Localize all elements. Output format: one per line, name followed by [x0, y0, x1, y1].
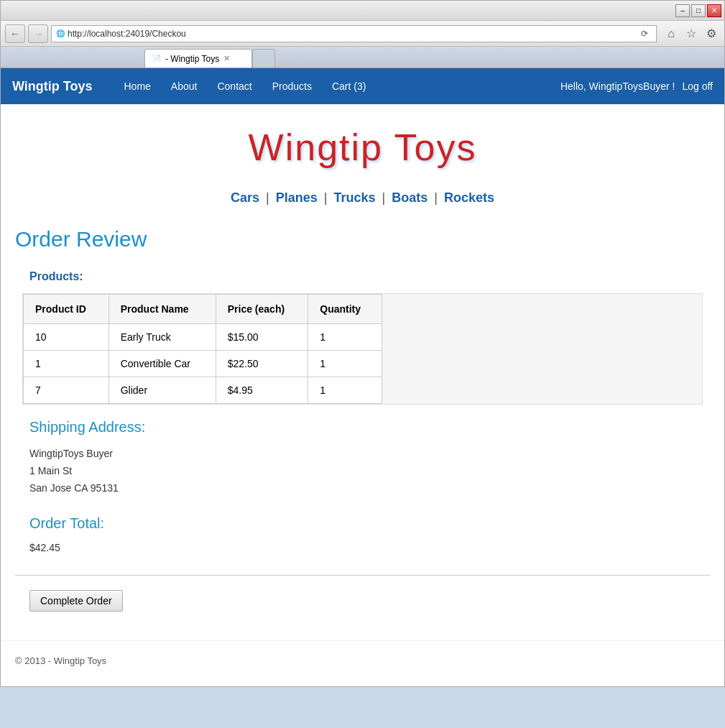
- browser-titlebar: – □ ✕: [1, 1, 724, 21]
- sep-1: |: [266, 190, 269, 205]
- tab-favicon: 📄: [152, 55, 161, 63]
- navbar-link-cart[interactable]: Cart (3): [322, 68, 376, 104]
- back-button[interactable]: ←: [5, 24, 25, 43]
- home-icon[interactable]: ⌂: [662, 25, 680, 42]
- site-title: Wingtip Toys: [15, 104, 710, 183]
- navbar-link-about[interactable]: About: [161, 68, 208, 104]
- page-content: Wingtip Toys Home About Contact Products…: [1, 68, 724, 686]
- navbar-hello: Hello, WingtipToysBuyer !: [560, 80, 675, 92]
- tab-title: - Wingtip Toys: [165, 54, 219, 64]
- address-text: http://localhost:24019/Checkou: [68, 29, 634, 39]
- shipping-label: Shipping Address:: [29, 419, 696, 436]
- category-rockets[interactable]: Rockets: [444, 190, 494, 205]
- cell-price: $15.00: [216, 324, 308, 351]
- order-total-section: Order Total: $42.45: [15, 504, 710, 561]
- shipping-name: WingtipToys Buyer: [29, 446, 696, 463]
- category-planes[interactable]: Planes: [276, 190, 318, 205]
- page-title: Order Review: [15, 220, 710, 263]
- shipping-section: Shipping Address: WingtipToys Buyer 1 Ma…: [15, 405, 710, 504]
- category-boats[interactable]: Boats: [392, 190, 428, 205]
- order-total-label: Order Total:: [29, 515, 696, 532]
- shipping-address: WingtipToys Buyer 1 Main St San Jose CA …: [29, 446, 696, 497]
- products-label: Products:: [15, 263, 710, 293]
- browser-toolbar: ← → 🌐 http://localhost:24019/Checkou ⟳ ⌂…: [1, 21, 724, 47]
- col-header-name: Product Name: [108, 295, 216, 324]
- table-row: 1 Convertible Car $22.50 1: [24, 351, 382, 377]
- active-tab[interactable]: 📄 - Wingtip Toys ✕: [144, 49, 252, 68]
- navbar-links: Home About Contact Products Cart (3): [114, 68, 560, 104]
- navbar-link-home[interactable]: Home: [114, 68, 161, 104]
- address-favicon: 🌐: [56, 29, 65, 37]
- browser-frame: – □ ✕ ← → 🌐 http://localhost:24019/Check…: [0, 0, 725, 687]
- star-icon[interactable]: ☆: [683, 25, 700, 42]
- navbar-link-products[interactable]: Products: [262, 68, 322, 104]
- category-trucks[interactable]: Trucks: [333, 190, 375, 205]
- cell-name: Glider: [108, 377, 216, 404]
- category-cars[interactable]: Cars: [231, 190, 259, 205]
- cell-name: Early Truck: [108, 324, 216, 351]
- table-row: 7 Glider $4.95 1: [24, 377, 382, 404]
- cell-qty: 1: [308, 351, 382, 377]
- new-tab-area[interactable]: [252, 49, 275, 68]
- cell-price: $22.50: [216, 351, 308, 377]
- sep-4: |: [434, 190, 438, 205]
- cell-qty: 1: [308, 377, 382, 404]
- sep-2: |: [324, 190, 328, 205]
- col-header-price: Price (each): [216, 295, 308, 324]
- main-area: Wingtip Toys Cars | Planes | Trucks | Bo…: [1, 104, 724, 640]
- address-bar[interactable]: 🌐 http://localhost:24019/Checkou ⟳: [51, 25, 657, 42]
- divider: [15, 575, 710, 576]
- cell-qty: 1: [308, 324, 382, 351]
- navbar-brand[interactable]: Wingtip Toys: [12, 79, 93, 94]
- complete-order-section: Complete Order: [15, 590, 710, 626]
- shipping-line2: San Jose CA 95131: [29, 480, 696, 497]
- restore-button[interactable]: □: [691, 4, 706, 17]
- navbar-right: Hello, WingtipToysBuyer ! Log off: [560, 80, 713, 92]
- complete-order-button[interactable]: Complete Order: [29, 590, 123, 612]
- refresh-icon[interactable]: ⟳: [637, 27, 652, 41]
- products-table: Product ID Product Name Price (each) Qua…: [23, 294, 382, 404]
- navbar: Wingtip Toys Home About Contact Products…: [1, 68, 724, 104]
- shipping-line1: 1 Main St: [29, 463, 696, 480]
- browser-tabs: 📄 - Wingtip Toys ✕: [1, 47, 724, 68]
- minimize-button[interactable]: –: [675, 4, 690, 17]
- table-row: 10 Early Truck $15.00 1: [24, 324, 382, 351]
- col-header-qty: Quantity: [308, 295, 382, 324]
- sep-3: |: [382, 190, 386, 205]
- settings-icon[interactable]: ⚙: [703, 25, 720, 42]
- cell-price: $4.95: [216, 377, 308, 404]
- navbar-logoff[interactable]: Log off: [682, 80, 713, 92]
- products-table-wrap: Product ID Product Name Price (each) Qua…: [22, 293, 703, 405]
- cell-name: Convertible Car: [108, 351, 216, 377]
- col-header-id: Product ID: [24, 295, 109, 324]
- cell-id: 1: [24, 351, 109, 377]
- footer-text: © 2013 - Wingtip Toys: [15, 655, 106, 666]
- tab-close-icon[interactable]: ✕: [223, 54, 230, 63]
- cell-id: 7: [24, 377, 109, 404]
- forward-button[interactable]: →: [28, 24, 48, 43]
- category-nav: Cars | Planes | Trucks | Boats | Rockets: [15, 183, 710, 220]
- navbar-link-contact[interactable]: Contact: [207, 68, 262, 104]
- close-button[interactable]: ✕: [707, 4, 721, 17]
- cell-id: 10: [24, 324, 109, 351]
- site-footer: © 2013 - Wingtip Toys: [1, 640, 724, 681]
- toolbar-icons: ⌂ ☆ ⚙: [662, 25, 720, 42]
- order-total-amount: $42.45: [29, 542, 696, 553]
